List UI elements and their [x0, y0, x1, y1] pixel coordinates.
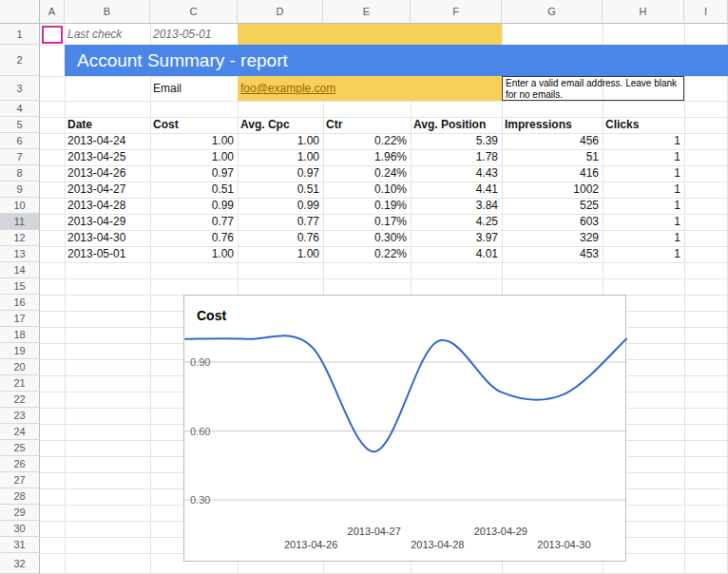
table-cell[interactable]: 456 [502, 133, 603, 149]
table-cell[interactable]: 0.77 [150, 214, 238, 230]
table-cell[interactable]: 1 [603, 246, 684, 262]
cell-email-input[interactable]: foo@example.com [238, 76, 502, 101]
row-header[interactable]: 25 [0, 440, 40, 456]
row-header[interactable]: 28 [0, 488, 40, 505]
column-header[interactable]: B [65, 0, 150, 24]
table-cell[interactable]: 1.00 [150, 133, 238, 149]
row-header[interactable]: 24 [0, 424, 40, 440]
table-cell[interactable]: 1 [603, 182, 684, 198]
row-header[interactable]: 18 [0, 327, 40, 343]
table-cell[interactable]: 0.77 [238, 214, 323, 230]
row-header[interactable]: 30 [0, 521, 40, 537]
table-cell[interactable]: 2013-05-01 [65, 246, 150, 262]
table-cell[interactable]: 4.25 [411, 214, 502, 230]
row-header[interactable]: 17 [0, 311, 40, 327]
table-cell[interactable]: 525 [502, 198, 603, 214]
table-cell[interactable]: 2013-04-30 [65, 230, 150, 246]
row-header[interactable]: 5 [0, 117, 40, 133]
table-cell[interactable]: 1.96% [323, 149, 411, 165]
table-cell[interactable]: 1 [603, 133, 684, 149]
table-cell[interactable]: 3.84 [411, 198, 502, 214]
row-header[interactable]: 8 [0, 165, 40, 182]
row-header[interactable]: 29 [0, 505, 40, 521]
table-cell[interactable]: 2013-04-29 [65, 214, 150, 230]
row-header[interactable]: 16 [0, 295, 40, 311]
row-header[interactable]: 14 [0, 262, 40, 278]
table-cell[interactable]: 2013-04-25 [65, 149, 150, 165]
table-cell[interactable]: 1002 [502, 182, 603, 198]
table-cell[interactable]: 1 [603, 198, 684, 214]
table-cell[interactable]: 1.00 [238, 149, 323, 165]
select-all-corner[interactable] [0, 0, 40, 24]
table-cell[interactable]: 2013-04-26 [65, 165, 150, 182]
table-cell[interactable]: 1 [603, 214, 684, 230]
table-header-cell[interactable]: Cost [150, 117, 238, 133]
column-header[interactable]: A [40, 0, 65, 24]
row-header[interactable]: 2 [0, 45, 40, 76]
table-header-cell[interactable]: Avg. Position [411, 117, 502, 133]
table-cell[interactable]: 2013-04-24 [65, 133, 150, 149]
row-header[interactable]: 1 [0, 24, 40, 45]
table-cell[interactable]: 1.00 [238, 246, 323, 262]
row-header[interactable]: 31 [0, 537, 40, 553]
table-header-cell[interactable]: Impressions [502, 117, 603, 133]
table-cell[interactable]: 0.22% [323, 246, 411, 262]
table-cell[interactable]: 0.51 [150, 182, 238, 198]
table-cell[interactable]: 0.17% [323, 214, 411, 230]
table-cell[interactable]: 1 [603, 165, 684, 182]
table-cell[interactable]: 0.99 [150, 198, 238, 214]
table-cell[interactable]: 329 [502, 230, 603, 246]
row-header[interactable]: 27 [0, 472, 40, 488]
email-link[interactable]: foo@example.com [240, 82, 335, 95]
table-cell[interactable]: 1.00 [150, 149, 238, 165]
row-header[interactable]: 13 [0, 246, 40, 262]
table-cell[interactable]: 4.41 [411, 182, 502, 198]
table-header-cell[interactable]: Date [65, 117, 150, 133]
table-cell[interactable]: 0.24% [323, 165, 411, 182]
column-header[interactable]: F [411, 0, 502, 24]
table-header-cell[interactable]: Clicks [603, 117, 684, 133]
row-header[interactable]: 22 [0, 392, 40, 408]
cell-email-label[interactable]: Email [150, 76, 238, 101]
table-header-cell[interactable]: Avg. Cpc [238, 117, 323, 133]
selected-cell-indicator[interactable] [42, 26, 63, 44]
cell-last-check-label[interactable]: Last check [65, 24, 150, 45]
table-cell[interactable]: 1.00 [238, 133, 323, 149]
column-header[interactable]: D [238, 0, 323, 24]
table-cell[interactable]: 4.01 [411, 246, 502, 262]
column-header[interactable]: C [150, 0, 238, 24]
row-header[interactable]: 3 [0, 76, 40, 101]
row-header[interactable]: 21 [0, 375, 40, 392]
email-note-cell[interactable]: Enter a valid email address. Leave blank… [502, 76, 684, 101]
column-header[interactable]: H [603, 0, 684, 24]
row-header[interactable]: 11 [0, 214, 40, 230]
row-header[interactable]: 23 [0, 408, 40, 424]
table-cell[interactable]: 0.76 [150, 230, 238, 246]
table-cell[interactable]: 0.97 [150, 165, 238, 182]
table-cell[interactable]: 1 [603, 149, 684, 165]
table-cell[interactable]: 2013-04-28 [65, 198, 150, 214]
row-header[interactable]: 6 [0, 133, 40, 149]
table-cell[interactable]: 0.22% [323, 133, 411, 149]
cell-last-check-value[interactable]: 2013-05-01 [150, 24, 238, 45]
column-header[interactable]: E [323, 0, 411, 24]
column-header[interactable]: G [502, 0, 603, 24]
row-header[interactable]: 15 [0, 278, 40, 295]
table-header-cell[interactable]: Ctr [323, 117, 411, 133]
table-cell[interactable]: 0.19% [323, 198, 411, 214]
row-header[interactable]: 4 [0, 101, 40, 117]
row-header[interactable]: 7 [0, 149, 40, 165]
table-cell[interactable]: 3.97 [411, 230, 502, 246]
table-cell[interactable]: 1.00 [150, 246, 238, 262]
row-header[interactable]: 20 [0, 359, 40, 375]
row-header[interactable]: 19 [0, 343, 40, 359]
row-header[interactable]: 9 [0, 182, 40, 198]
table-cell[interactable]: 5.39 [411, 133, 502, 149]
table-cell[interactable]: 0.97 [238, 165, 323, 182]
table-cell[interactable]: 453 [502, 246, 603, 262]
report-title-banner[interactable]: Account Summary - report [65, 45, 728, 76]
row-header[interactable]: 10 [0, 198, 40, 214]
table-cell[interactable]: 0.76 [238, 230, 323, 246]
column-header[interactable]: I [684, 0, 728, 24]
table-cell[interactable]: 603 [502, 214, 603, 230]
